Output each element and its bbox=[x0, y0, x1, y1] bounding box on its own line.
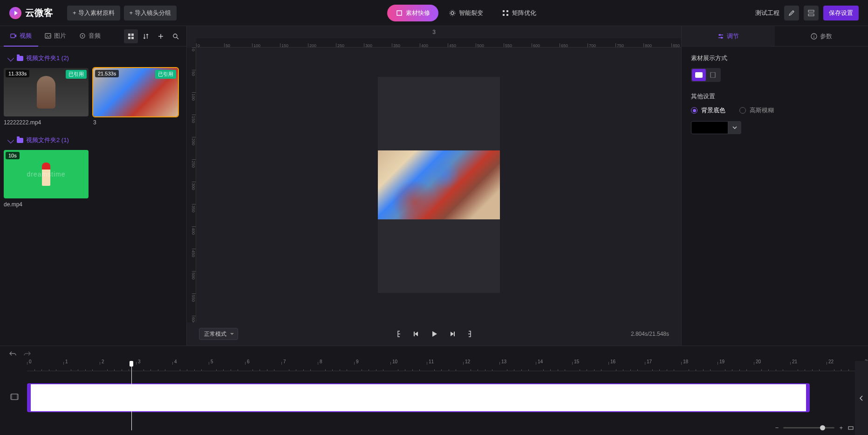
playhead[interactable] bbox=[131, 361, 132, 430]
radio-dot-icon bbox=[739, 107, 746, 114]
tab-quickfix[interactable]: 素材快修 bbox=[387, 5, 438, 21]
time-display: 2.804s/21.548s bbox=[631, 331, 669, 337]
prev-frame-button[interactable] bbox=[412, 329, 421, 339]
thumb-name: 12222222.mp4 bbox=[4, 119, 89, 126]
edit-project-button[interactable] bbox=[784, 6, 799, 20]
svg-point-13 bbox=[82, 35, 83, 36]
grid-icon bbox=[128, 33, 134, 40]
chevron-down-icon bbox=[7, 55, 14, 61]
tab-smart[interactable]: 智能裂变 bbox=[440, 5, 492, 21]
sidebar-body: 视频文件夹1 (2) 11.333s 已引用 12222222.mp4 21.5… bbox=[0, 47, 186, 346]
save-label: 保存设置 bbox=[829, 9, 853, 17]
svg-point-11 bbox=[47, 35, 48, 36]
sidetab-audio[interactable]: 音频 bbox=[73, 26, 107, 47]
video-icon bbox=[10, 33, 17, 39]
folder-icon bbox=[17, 56, 23, 61]
color-dropdown-button[interactable] bbox=[728, 121, 741, 134]
fit-icon bbox=[709, 72, 717, 78]
folder-2-label: 视频文件夹2 (1) bbox=[26, 136, 69, 144]
save-button[interactable]: 保存设置 bbox=[823, 6, 859, 20]
header-mode-tabs: 素材快修 智能裂变 矩阵优化 bbox=[177, 5, 755, 21]
redo-icon bbox=[23, 350, 31, 357]
zoom-out-button[interactable]: − bbox=[775, 424, 779, 431]
right-body: 素材展示方式 其他设置 背景底色 高斯模糊 bbox=[682, 47, 868, 142]
preview-image bbox=[378, 150, 500, 219]
timeline-tools bbox=[0, 346, 868, 361]
play-button[interactable] bbox=[430, 329, 439, 339]
header: 云微客 + 导入素材原料 + 导入镜头分组 素材快修 智能裂变 矩阵优化 测试工… bbox=[0, 0, 868, 26]
svg-rect-14 bbox=[128, 34, 130, 36]
display-mode-segment bbox=[691, 68, 721, 82]
used-badge: 已引用 bbox=[66, 70, 87, 79]
out-point-button[interactable] bbox=[465, 329, 474, 339]
display-fill-button[interactable] bbox=[692, 69, 706, 81]
sidebar-tools bbox=[124, 29, 183, 43]
svg-rect-17 bbox=[131, 37, 134, 39]
duration-badge: 21.533s bbox=[95, 70, 119, 77]
display-fit-button[interactable] bbox=[706, 69, 720, 81]
thumb-item[interactable]: 11.333s 已引用 12222222.mp4 bbox=[4, 68, 89, 126]
import-material-button[interactable]: + 导入素材原料 bbox=[67, 6, 120, 20]
timeline-ruler[interactable]: 01234567891011121314151617181920212223 bbox=[27, 361, 859, 371]
sidebar-tabs: 视频 图片 音频 bbox=[0, 26, 186, 47]
tab-params-label: 参数 bbox=[820, 32, 832, 41]
thumb-item[interactable]: 21.533s 已引用 3 bbox=[93, 68, 178, 126]
pencil-icon bbox=[788, 10, 795, 16]
radio-blur[interactable]: 高斯模糊 bbox=[739, 106, 774, 115]
sort-icon bbox=[143, 33, 149, 40]
redo-button[interactable] bbox=[23, 350, 31, 357]
folder-2-header[interactable]: 视频文件夹2 (1) bbox=[4, 132, 183, 148]
timeline-clip[interactable] bbox=[27, 383, 810, 412]
import-material-label: 导入素材原料 bbox=[78, 9, 115, 17]
timeline-collapse[interactable] bbox=[855, 361, 868, 435]
plus-icon bbox=[157, 33, 164, 40]
tab-smart-label: 智能裂变 bbox=[459, 9, 483, 17]
tab-params[interactable]: 参数 bbox=[775, 26, 868, 46]
search-button[interactable] bbox=[169, 29, 183, 43]
thumb-name: de.mp4 bbox=[4, 201, 89, 208]
step-forward-icon bbox=[449, 331, 455, 337]
canvas-controls: 正常模式 2.804s/21.548s bbox=[187, 322, 681, 346]
canvas-stage[interactable] bbox=[196, 48, 681, 322]
zoom-in-button[interactable]: + bbox=[839, 424, 843, 431]
bg-radio-group: 背景底色 高斯模糊 bbox=[691, 106, 859, 115]
undo-icon bbox=[9, 350, 17, 357]
info-icon bbox=[811, 33, 817, 40]
sidetab-video[interactable]: 视频 bbox=[4, 26, 38, 47]
sidetab-audio-label: 音频 bbox=[89, 32, 101, 40]
folder-1-header[interactable]: 视频文件夹1 (2) bbox=[4, 50, 183, 66]
bracket-right-icon bbox=[466, 330, 473, 338]
section-other-label: 其他设置 bbox=[691, 92, 859, 101]
radio-bgcolor[interactable]: 背景底色 bbox=[691, 106, 725, 115]
tab-adjust[interactable]: 调节 bbox=[682, 26, 775, 46]
view-grid-button[interactable] bbox=[124, 29, 138, 43]
sliders-icon bbox=[718, 33, 724, 40]
sidetab-video-label: 视频 bbox=[20, 32, 32, 40]
track-type-icon bbox=[10, 394, 19, 400]
thumb-item[interactable]: dreamstime 10s de.mp4 bbox=[4, 150, 89, 208]
logo-icon bbox=[9, 7, 21, 19]
undo-button[interactable] bbox=[9, 350, 17, 357]
bgcolor-picker[interactable] bbox=[691, 121, 859, 134]
in-point-button[interactable] bbox=[394, 329, 403, 339]
sidetab-image-label: 图片 bbox=[54, 32, 66, 40]
layout-button[interactable] bbox=[804, 6, 819, 20]
tab-matrix[interactable]: 矩阵优化 bbox=[493, 5, 545, 21]
sidetab-image[interactable]: 图片 bbox=[38, 26, 73, 47]
thumb-preview: dreamstime 10s bbox=[4, 150, 89, 198]
mode-select[interactable]: 正常模式 bbox=[199, 328, 238, 340]
import-shots-button[interactable]: + 导入镜头分组 bbox=[124, 6, 177, 20]
folder-2-thumbs: dreamstime 10s de.mp4 bbox=[4, 148, 183, 214]
add-button[interactable] bbox=[154, 29, 168, 43]
svg-point-18 bbox=[173, 34, 177, 38]
mode-label: 正常模式 bbox=[204, 330, 226, 338]
sort-button[interactable] bbox=[139, 29, 153, 43]
next-frame-button[interactable] bbox=[447, 329, 457, 339]
zoom-slider[interactable] bbox=[783, 427, 834, 428]
svg-point-1 bbox=[451, 12, 454, 14]
used-badge: 已引用 bbox=[155, 70, 176, 79]
project-name: 测试工程 bbox=[755, 9, 779, 17]
zoom-fit-button[interactable] bbox=[847, 425, 854, 431]
svg-rect-4 bbox=[506, 10, 508, 12]
logo[interactable]: 云微客 bbox=[9, 7, 53, 19]
